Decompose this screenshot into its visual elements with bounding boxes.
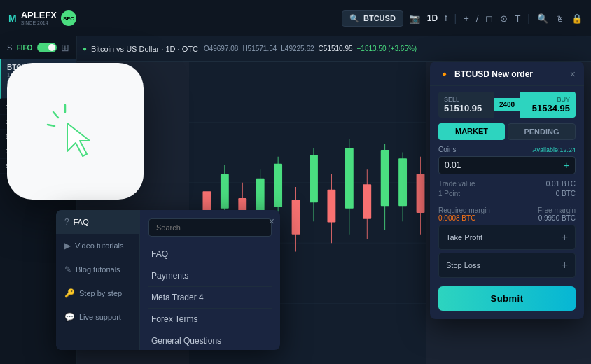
svg-rect-25 bbox=[381, 150, 389, 206]
order-form: Coins Available:12.24 + Trade value 0.01… bbox=[430, 146, 584, 222]
sidebar-item-step[interactable]: 🔑 Step by step bbox=[56, 281, 139, 305]
new-order-panel: 🔸 BTCUSD New order × SELL 51510.95 2400 … bbox=[430, 62, 584, 319]
svg-rect-23 bbox=[363, 184, 371, 218]
take-profit-label: Take Profit bbox=[446, 233, 482, 241]
grid-icon[interactable]: ⊞ bbox=[61, 42, 69, 53]
coins-input[interactable] bbox=[445, 160, 564, 170]
indicator-f[interactable]: f bbox=[445, 13, 447, 23]
sell-side[interactable]: SELL 51510.95 bbox=[438, 92, 494, 118]
panel-title-row: 🔸 BTCUSD New order bbox=[438, 69, 533, 80]
req-margin-label: Required margin bbox=[438, 206, 490, 214]
chart-dot: ● bbox=[83, 45, 87, 52]
cursor-icon bbox=[41, 97, 111, 167]
symbol-search[interactable]: 🔍 BTCUSD bbox=[342, 10, 403, 27]
fifo-label: FIFO bbox=[17, 44, 33, 52]
buy-price: 51534.95 bbox=[525, 103, 570, 113]
separator-1: | bbox=[454, 13, 457, 24]
step-icon: 🔑 bbox=[64, 288, 75, 298]
submit-section: Submit bbox=[430, 281, 584, 319]
point-row: 1 Point 0 BTC bbox=[438, 190, 576, 197]
sidebar-header: S FIFO ⊞ bbox=[0, 36, 76, 59]
point-value: 0 BTC bbox=[556, 190, 576, 197]
sidebar-item-live[interactable]: 💬 Live support bbox=[56, 305, 139, 329]
help-close-button[interactable]: × bbox=[269, 216, 274, 227]
spread-badge: 2400 bbox=[494, 98, 520, 111]
tp-sl-section: Take Profit + Stop Loss + bbox=[430, 225, 584, 278]
ellipse-icon[interactable]: ⊙ bbox=[500, 13, 508, 24]
margin-row: Required margin 0.0008 BTC Free margin 0… bbox=[438, 206, 576, 222]
rect-icon[interactable]: ◻ bbox=[485, 13, 493, 24]
help-list-general[interactable]: General Questions bbox=[148, 330, 272, 350]
buy-side[interactable]: BUY 51534.95 bbox=[520, 92, 576, 118]
price-change: +1813.50 (+3.65%) bbox=[357, 45, 417, 52]
logo-m: M bbox=[8, 13, 17, 23]
help-search-input[interactable] bbox=[148, 218, 272, 237]
crosshair-icon[interactable]: + bbox=[464, 13, 469, 24]
help-list-payments[interactable]: Payments bbox=[148, 265, 272, 287]
coins-label: Coins bbox=[438, 146, 457, 153]
blog-icon: ✎ bbox=[64, 265, 71, 274]
chart-header: ● Bitcoin vs US Dollar · 1D · OTC O49697… bbox=[77, 36, 591, 62]
coins-available: Available:12.24 bbox=[533, 146, 576, 153]
svg-rect-15 bbox=[292, 200, 300, 234]
video-label: Video tutorials bbox=[75, 241, 124, 250]
sidebar-s-label: S bbox=[7, 43, 12, 52]
camera-icon[interactable]: 📷 bbox=[409, 13, 420, 24]
order-type-tabs: MARKET PENDING bbox=[438, 123, 576, 140]
panel-title: BTCUSD New order bbox=[454, 69, 533, 79]
price-high: H51571.54 bbox=[242, 45, 277, 52]
svg-rect-17 bbox=[310, 155, 318, 202]
timeframe-1d[interactable]: 1D bbox=[427, 13, 438, 23]
logo-text: M bbox=[8, 13, 17, 23]
draw-icon[interactable]: / bbox=[476, 13, 479, 24]
live-icon: 💬 bbox=[64, 312, 75, 322]
top-header: M APLEFX SINCE 2014 SFC 🔍 BTCUSD 📷 1D f … bbox=[0, 0, 591, 36]
help-panel: ? FAQ ▶ Video tutorials ✎ Blog tutorials… bbox=[56, 210, 280, 350]
text-icon[interactable]: T bbox=[515, 13, 520, 24]
sell-price: 51510.95 bbox=[444, 103, 489, 113]
buy-sell-row: SELL 51510.95 2400 BUY 51534.95 bbox=[430, 86, 584, 123]
take-profit-plus-icon[interactable]: + bbox=[562, 231, 568, 244]
header-toolbar: 📷 1D f | + / ◻ ⊙ T | 🔍 🖱 🔒 bbox=[409, 13, 583, 24]
sell-label: SELL bbox=[444, 96, 489, 103]
lock-icon[interactable]: 🔒 bbox=[571, 13, 583, 24]
stop-loss-row[interactable]: Stop Loss + bbox=[438, 253, 576, 278]
trade-value-label: Trade value bbox=[438, 180, 475, 188]
stop-loss-plus-icon[interactable]: + bbox=[562, 259, 568, 272]
trade-value-row: Trade value 0.01 BTC bbox=[438, 180, 576, 188]
price-low: L49225.62 bbox=[281, 45, 314, 52]
sfc-badge: SFC bbox=[61, 10, 76, 26]
help-list-mt4[interactable]: Meta Trader 4 bbox=[148, 287, 272, 309]
faq-label: FAQ bbox=[74, 218, 89, 226]
faq-icon: ? bbox=[64, 217, 69, 227]
help-content: × FAQ Payments Meta Trader 4 Forex Terms… bbox=[140, 210, 280, 350]
buy-label: BUY bbox=[525, 96, 570, 103]
req-margin-group: Required margin 0.0008 BTC bbox=[438, 206, 490, 222]
help-list-faq[interactable]: FAQ bbox=[148, 244, 272, 265]
trade-value: 0.01 BTC bbox=[546, 180, 576, 188]
sidebar-item-video[interactable]: ▶ Video tutorials bbox=[56, 234, 139, 258]
zoom-icon[interactable]: 🔍 bbox=[537, 13, 548, 24]
sidebar-item-blog[interactable]: ✎ Blog tutorials bbox=[56, 258, 139, 281]
price-close: C51510.95 bbox=[319, 45, 353, 52]
coins-plus-icon[interactable]: + bbox=[564, 160, 569, 171]
video-icon: ▶ bbox=[64, 241, 71, 251]
free-margin-label: Free margin bbox=[538, 206, 576, 214]
submit-button[interactable]: Submit bbox=[438, 286, 576, 311]
search-icon: 🔍 bbox=[349, 14, 359, 23]
tab-market[interactable]: MARKET bbox=[438, 123, 505, 140]
svg-rect-29 bbox=[417, 174, 425, 213]
pointer-icon[interactable]: 🖱 bbox=[555, 13, 564, 24]
free-margin-val: 0.9990 BTC bbox=[538, 214, 576, 222]
take-profit-row[interactable]: Take Profit + bbox=[438, 225, 576, 250]
free-margin-group: Free margin 0.9990 BTC bbox=[538, 206, 576, 222]
svg-rect-7 bbox=[221, 174, 229, 208]
step-label: Step by step bbox=[79, 289, 122, 298]
logo-aplefx: APLEFX bbox=[21, 10, 57, 20]
sidebar-item-faq[interactable]: ? FAQ bbox=[56, 210, 139, 234]
tab-pending[interactable]: PENDING bbox=[508, 123, 576, 140]
fifo-toggle[interactable] bbox=[37, 43, 57, 52]
stop-loss-label: Stop Loss bbox=[446, 261, 480, 270]
panel-close-button[interactable]: × bbox=[570, 69, 576, 80]
help-list-forex[interactable]: Forex Terms bbox=[148, 309, 272, 330]
